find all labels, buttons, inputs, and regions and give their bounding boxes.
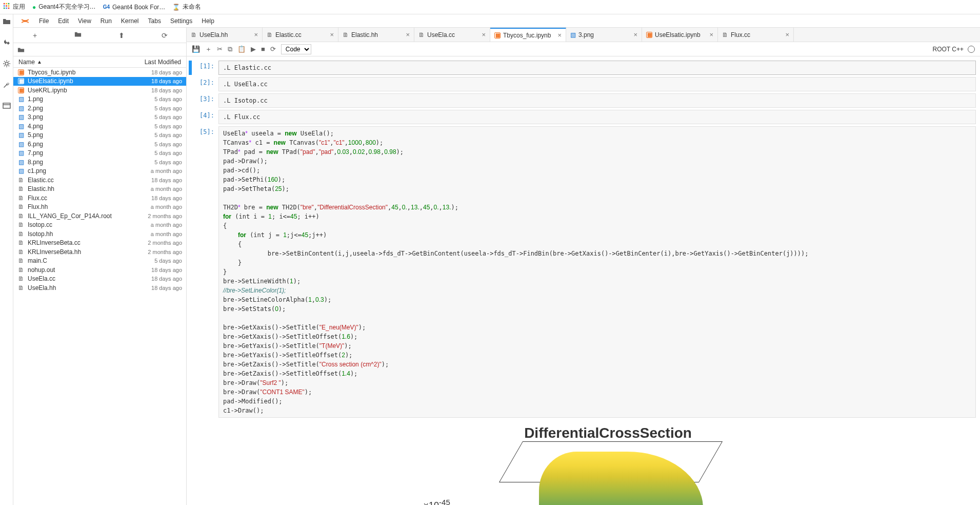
file-row[interactable]: ▧6.png5 days ago — [13, 140, 186, 149]
file-row[interactable]: ▧3.png5 days ago — [13, 113, 186, 122]
file-row[interactable]: 🗎Elastic.cc18 days ago — [13, 176, 186, 185]
insert-cell-icon[interactable]: ＋ — [205, 45, 212, 54]
close-icon[interactable]: × — [633, 31, 637, 38]
build-icon[interactable] — [3, 81, 11, 90]
file-row[interactable]: ▧1.png5 days ago — [13, 95, 186, 104]
menu-file[interactable]: File — [39, 17, 49, 25]
running-icon[interactable] — [3, 38, 11, 48]
document-tab[interactable]: ▦Tbycos_fuc.ipynb× — [490, 28, 566, 42]
svg-rect-8 — [8, 8, 10, 9]
file-row[interactable]: 🗎nohup.out18 days ago — [13, 265, 186, 275]
kernel-name[interactable]: ROOT C++ — [933, 46, 964, 53]
file-row[interactable]: ▦UseKRL.ipynb18 days ago — [13, 86, 186, 95]
folder-icon[interactable] — [3, 17, 11, 27]
close-icon[interactable]: × — [557, 31, 562, 39]
hourglass-icon: ⌛ — [172, 4, 180, 11]
document-tab[interactable]: ▧3.png× — [566, 28, 642, 42]
run-icon[interactable]: ▶ — [251, 45, 256, 53]
file-modified: 5 days ago — [154, 96, 182, 102]
document-tab[interactable]: 🗎Elastic.hh× — [338, 28, 414, 42]
file-row[interactable]: ▧8.png5 days ago — [13, 158, 186, 167]
notebook-icon: ▦ — [18, 69, 24, 75]
file-row[interactable]: 🗎Isotop.cca month ago — [13, 221, 186, 230]
document-tab[interactable]: 🗎Flux.cc× — [718, 28, 794, 42]
document-tab[interactable]: 🗎UseEla.hh× — [187, 28, 263, 42]
code-cell-1[interactable]: [1]: .L Elastic.cc — [189, 61, 976, 75]
svg-rect-1 — [6, 3, 7, 5]
menu-view[interactable]: View — [78, 17, 91, 25]
menu-settings[interactable]: Settings — [170, 17, 192, 25]
paste-icon[interactable]: 📋 — [237, 45, 246, 53]
close-icon[interactable]: × — [785, 31, 789, 38]
commands-icon[interactable] — [3, 60, 11, 69]
breadcrumb[interactable] — [13, 43, 186, 56]
file-row[interactable]: ▧5.png5 days ago — [13, 131, 186, 140]
menu-help[interactable]: Help — [202, 17, 214, 25]
bookmark-geant4-book[interactable]: G4 Geant4 Book For… — [103, 4, 166, 11]
prompt: [3]: — [192, 93, 218, 108]
notebook-icon: ▦ — [18, 78, 24, 84]
file-row[interactable]: 🗎ILL_YANG_Ep_Cor_P14A.root2 months ago — [13, 211, 186, 221]
apps-button[interactable]: 应用 — [3, 3, 25, 11]
copy-icon[interactable]: ⧉ — [228, 45, 232, 53]
file-row[interactable]: ▦Tbycos_fuc.ipynb18 days ago — [13, 68, 186, 77]
file-row[interactable]: ▧c1.pnga month ago — [13, 167, 186, 176]
file-name: Isotop.cc — [28, 221, 52, 228]
svg-rect-4 — [6, 5, 7, 7]
column-modified[interactable]: Last Modified — [145, 59, 181, 66]
code-cell-3[interactable]: [3]: .L Isotop.cc — [189, 93, 976, 108]
file-row[interactable]: 🗎Elastic.hha month ago — [13, 185, 186, 194]
file-row[interactable]: 🗎Isotop.hha month ago — [13, 229, 186, 239]
file-modified: a month ago — [151, 231, 182, 237]
tab-label: 3.png — [578, 31, 594, 38]
code-cell-2[interactable]: [2]: .L UseEla.cc — [189, 77, 976, 91]
refresh-icon[interactable]: ⟳ — [143, 31, 186, 40]
menu-kernel[interactable]: Kernel — [121, 17, 139, 25]
tabs-icon[interactable] — [3, 102, 11, 111]
cell-source[interactable]: .L Flux.cc — [218, 110, 976, 124]
close-icon[interactable]: × — [330, 31, 334, 38]
close-icon[interactable]: × — [709, 31, 713, 38]
file-row[interactable]: 🗎UseEla.cc18 days ago — [13, 275, 186, 284]
menu-tabs[interactable]: Tabs — [148, 17, 161, 25]
file-row[interactable]: 🗎KRLInverseBeta.cc2 months ago — [13, 239, 186, 248]
document-tab[interactable]: 🗎Elastic.cc× — [263, 28, 338, 42]
cell-source[interactable]: UseEla* useela = new UseEla(); TCanvas* … — [218, 126, 976, 418]
file-row[interactable]: ▧2.png5 days ago — [13, 104, 186, 113]
save-icon[interactable]: 💾 — [192, 45, 200, 53]
file-row[interactable]: ▧4.png5 days ago — [13, 122, 186, 131]
document-tab[interactable]: ▦UseElsatic.ipynb× — [642, 28, 718, 42]
new-launcher-icon[interactable]: + — [13, 31, 56, 40]
restart-icon[interactable]: ⟳ — [270, 45, 276, 53]
menu-edit[interactable]: Edit — [58, 17, 69, 25]
cell-type-select[interactable]: Code — [281, 44, 311, 54]
file-icon: 🗎 — [722, 31, 728, 38]
cut-icon[interactable]: ✂ — [217, 45, 223, 53]
file-row[interactable]: ▧7.png5 days ago — [13, 149, 186, 158]
z-axis-scale: ×10-45 — [424, 498, 450, 505]
new-folder-icon[interactable] — [56, 31, 99, 40]
close-icon[interactable]: × — [482, 31, 486, 38]
menu-run[interactable]: Run — [101, 17, 112, 25]
file-row[interactable]: 🗎KRLInverseBeta.hh2 months ago — [13, 247, 186, 257]
file-row[interactable]: 🗎Flux.cc18 days ago — [13, 193, 186, 203]
file-icon: 🗎 — [418, 31, 425, 38]
file-row[interactable]: ▦UseElsatic.ipynb18 days ago — [13, 77, 186, 86]
document-tab[interactable]: 🗎UseEla.cc× — [414, 28, 490, 42]
cell-source[interactable]: .L Isotop.cc — [218, 93, 976, 108]
bookmark-untitled[interactable]: ⌛ 未命名 — [172, 3, 201, 11]
code-cell-4[interactable]: [4]: .L Flux.cc — [189, 110, 976, 124]
upload-icon[interactable]: ⬆ — [100, 31, 143, 40]
code-cell-5[interactable]: [5]: UseEla* useela = new UseEla(); TCan… — [189, 126, 976, 418]
file-row[interactable]: 🗎Flux.hha month ago — [13, 203, 186, 212]
file-row[interactable]: 🗎UseEla.hh18 days ago — [13, 283, 186, 293]
stop-icon[interactable]: ■ — [261, 45, 265, 53]
column-name[interactable]: Name ▲ — [18, 59, 42, 66]
file-row[interactable]: 🗎main.C5 days ago — [13, 257, 186, 266]
bookmark-geant4-learn[interactable]: ● Geant4不完全学习… — [32, 3, 96, 11]
cell-source[interactable]: .L Elastic.cc — [218, 61, 976, 75]
close-icon[interactable]: × — [406, 31, 410, 38]
cell-source[interactable]: .L UseEla.cc — [218, 77, 976, 91]
close-icon[interactable]: × — [254, 31, 258, 38]
kernel-status-icon[interactable] — [968, 46, 975, 53]
